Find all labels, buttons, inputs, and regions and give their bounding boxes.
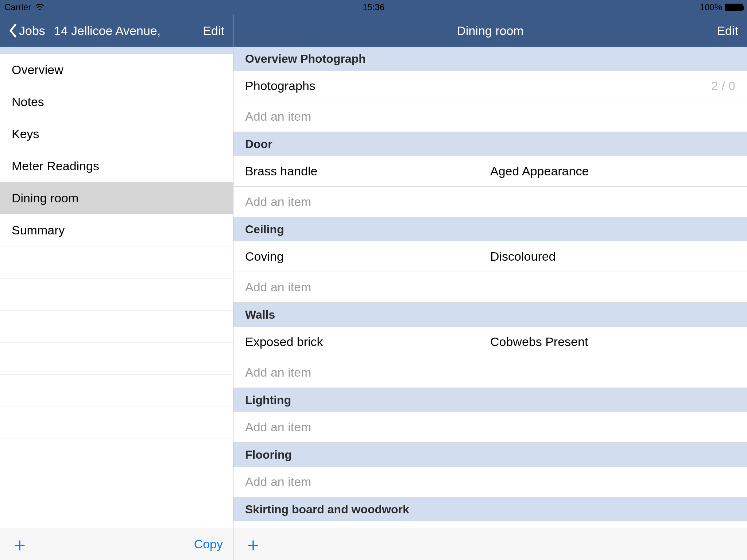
detail-row[interactable]: Exposed brickCobwebs Present: [233, 327, 747, 357]
battery-percent-label: 100%: [700, 2, 722, 12]
master-toolbar: ＋ Copy: [0, 528, 233, 560]
empty-row: [0, 503, 233, 528]
detail-row-value: Aged Appearance: [490, 164, 589, 178]
back-button[interactable]: Jobs: [9, 24, 45, 38]
add-item-row[interactable]: Add an item: [233, 272, 747, 303]
sidebar-item[interactable]: Summary: [0, 214, 233, 246]
master-pane: Jobs 14 Jellicoe Avenue, Edit OverviewNo…: [0, 15, 233, 560]
section-header: Door: [233, 132, 747, 156]
battery-icon: [725, 4, 743, 11]
empty-row: [0, 279, 233, 311]
empty-row: [0, 375, 233, 407]
add-item-row[interactable]: Add an item: [233, 357, 747, 388]
add-item-row[interactable]: Add an item: [233, 467, 747, 497]
sidebar-item-label: Summary: [12, 223, 65, 237]
carrier-label: Carrier: [4, 2, 31, 12]
sidebar-item[interactable]: Keys: [0, 118, 233, 150]
section-header: Skirting board and woodwork: [233, 497, 747, 521]
sidebar-item[interactable]: Notes: [0, 86, 233, 118]
master-add-button[interactable]: ＋: [10, 535, 29, 554]
detail-row-trailing: 2 / 0: [711, 79, 735, 93]
detail-navbar: Dining room Edit: [233, 15, 747, 47]
detail-row-label: Exposed brick: [245, 335, 490, 349]
detail-title: Dining room: [457, 24, 523, 38]
sidebar-item-label: Dining room: [12, 191, 78, 205]
add-item-row[interactable]: Add an item: [233, 101, 747, 132]
add-item-row[interactable]: Add an item: [233, 521, 747, 528]
detail-row-label: Brass handle: [245, 164, 490, 178]
status-time: 15:36: [363, 2, 384, 12]
section-header: Lighting: [233, 388, 747, 412]
master-navbar: Jobs 14 Jellicoe Avenue, Edit: [0, 15, 233, 47]
section-header: Flooring: [233, 443, 747, 467]
master-list-top-gap: [0, 47, 233, 54]
sidebar-item-label: Overview: [12, 63, 63, 77]
section-header: Ceiling: [233, 217, 747, 241]
detail-row[interactable]: Brass handleAged Appearance: [233, 156, 747, 187]
sidebar-item-label: Keys: [12, 127, 39, 141]
chevron-left-icon: [9, 24, 17, 38]
sidebar-item[interactable]: Dining room: [0, 182, 233, 214]
detail-add-button[interactable]: ＋: [244, 535, 263, 554]
detail-pane: Dining room Edit Overview PhotographPhot…: [233, 15, 747, 560]
back-label: Jobs: [19, 24, 45, 38]
empty-row: [0, 471, 233, 503]
add-item-label: Add an item: [245, 420, 311, 434]
empty-row: [0, 407, 233, 439]
sidebar-item[interactable]: Meter Readings: [0, 150, 233, 182]
empty-row: [0, 343, 233, 375]
sidebar-item-label: Notes: [12, 95, 44, 109]
sidebar-item[interactable]: Overview: [0, 54, 233, 86]
status-bar: Carrier 15:36 100%: [0, 0, 747, 15]
detail-row[interactable]: Photographs2 / 0: [233, 71, 747, 101]
detail-list[interactable]: Overview PhotographPhotographs2 / 0Add a…: [233, 47, 747, 528]
copy-button[interactable]: Copy: [194, 537, 223, 551]
sidebar-item-label: Meter Readings: [12, 159, 99, 173]
section-header: Overview Photograph: [233, 47, 747, 71]
add-item-label: Add an item: [245, 365, 311, 380]
add-item-row[interactable]: Add an item: [233, 412, 747, 443]
detail-row-label: Coving: [245, 249, 490, 264]
add-item-label: Add an item: [245, 195, 311, 209]
master-title: 14 Jellicoe Avenue,: [54, 24, 160, 38]
add-item-label: Add an item: [245, 109, 311, 124]
detail-edit-button[interactable]: Edit: [717, 24, 738, 38]
wifi-icon: [35, 2, 45, 12]
master-list: OverviewNotesKeysMeter ReadingsDining ro…: [0, 47, 233, 528]
empty-row: [0, 439, 233, 471]
add-item-row[interactable]: Add an item: [233, 187, 747, 217]
detail-row-label: Photographs: [245, 79, 490, 93]
section-header: Walls: [233, 303, 747, 327]
add-item-label: Add an item: [245, 475, 311, 489]
master-edit-button[interactable]: Edit: [203, 24, 224, 38]
detail-row-value: Cobwebs Present: [490, 335, 588, 349]
add-item-label: Add an item: [245, 280, 311, 294]
detail-toolbar: ＋: [233, 528, 747, 560]
empty-row: [0, 311, 233, 343]
empty-row: [0, 246, 233, 279]
detail-row[interactable]: CovingDiscoloured: [233, 241, 747, 272]
detail-row-value: Discoloured: [490, 249, 556, 264]
